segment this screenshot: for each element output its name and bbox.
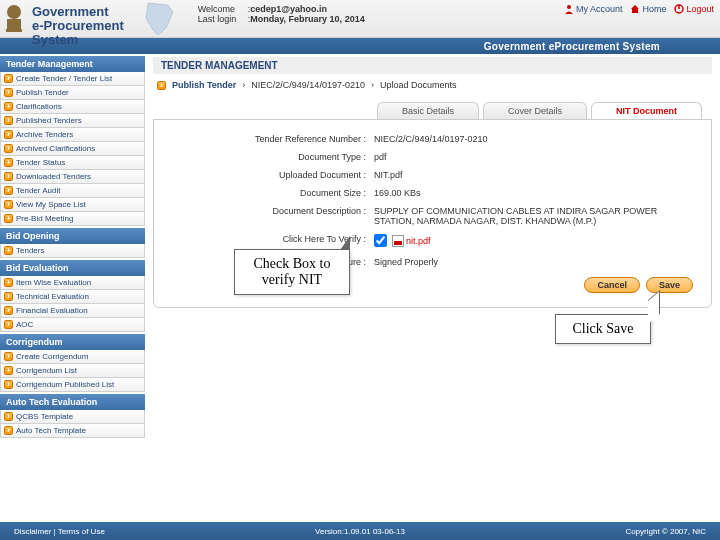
sidebar-item[interactable]: Tender Audit xyxy=(0,184,145,198)
national-emblem-icon xyxy=(0,0,28,38)
sidebar-item[interactable]: Corrigendum Published List xyxy=(0,378,145,392)
arrow-icon xyxy=(4,186,13,195)
logout-link[interactable]: Logout xyxy=(674,4,714,14)
sidebar-item[interactable]: QCBS Template xyxy=(0,410,145,424)
sidebar-item[interactable]: Create Corrigendum xyxy=(0,350,145,364)
sidebar-item[interactable]: Create Tender / Tender List xyxy=(0,72,145,86)
content: TENDER MANAGEMENT Publish Tender › NIEC/… xyxy=(145,54,720,514)
sidebar-item-label: View My Space List xyxy=(16,200,86,209)
sidebar-item[interactable]: Tenders xyxy=(0,244,145,258)
arrow-icon xyxy=(4,352,13,361)
main-area: Tender ManagementCreate Tender / Tender … xyxy=(0,54,720,514)
arrow-icon xyxy=(4,426,13,435)
footer-copyright: Copyright © 2007, NIC xyxy=(625,527,706,536)
sidebar-section-head: Bid Evaluation xyxy=(0,260,145,276)
sidebar-item-label: Archive Tenders xyxy=(16,130,73,139)
tab[interactable]: Basic Details xyxy=(377,102,479,119)
arrow-icon xyxy=(4,278,13,287)
footer-version: Version:1.09.01 03-06-13 xyxy=(315,527,405,536)
india-map-icon xyxy=(128,0,188,37)
arrow-icon xyxy=(4,200,13,209)
sidebar-item-label: Create Tender / Tender List xyxy=(16,74,112,83)
sidebar-item-label: Downloaded Tenders xyxy=(16,172,91,181)
sidebar-item[interactable]: Archive Tenders xyxy=(0,128,145,142)
desc-value: SUPPLY OF COMMUNICATION CABLES AT INDIRA… xyxy=(374,206,693,226)
breadcrumb: Publish Tender › NIEC/2/C/949/14/0197-02… xyxy=(153,74,712,96)
tab[interactable]: Cover Details xyxy=(483,102,587,119)
arrow-icon xyxy=(4,246,13,255)
sidebar: Tender ManagementCreate Tender / Tender … xyxy=(0,54,145,514)
sidebar-item-label: Item Wise Evaluation xyxy=(16,278,91,287)
callout-verify: Check Box to verify NIT xyxy=(234,249,350,295)
sidebar-item-label: Publish Tender xyxy=(16,88,69,97)
breadcrumb-tail: Upload Documents xyxy=(380,80,457,90)
sidebar-item-label: Tender Audit xyxy=(16,186,60,195)
footer-left[interactable]: Disclaimer | Terms of Use xyxy=(14,527,105,536)
desc-label: Document Description : xyxy=(164,206,374,216)
sidebar-item[interactable]: Clarifications xyxy=(0,100,145,114)
arrow-icon xyxy=(4,130,13,139)
arrow-icon xyxy=(4,214,13,223)
sidebar-item[interactable]: Auto Tech Template xyxy=(0,424,145,438)
home-link[interactable]: Home xyxy=(630,4,666,14)
sidebar-item[interactable]: AOC xyxy=(0,318,145,332)
arrow-icon xyxy=(4,88,13,97)
sidebar-item[interactable]: Pre-Bid Meeting xyxy=(0,212,145,226)
verify-checkbox[interactable] xyxy=(374,234,387,247)
sidebar-section-head: Tender Management xyxy=(0,56,145,72)
logout-icon xyxy=(674,4,684,14)
breadcrumb-ref: NIEC/2/C/949/14/0197-0210 xyxy=(251,80,365,90)
user-icon xyxy=(564,4,574,14)
footer: Disclaimer | Terms of Use Version:1.09.0… xyxy=(0,522,720,540)
sidebar-item-label: Corrigendum Published List xyxy=(16,380,114,389)
sidebar-item[interactable]: View My Space List xyxy=(0,198,145,212)
arrow-icon xyxy=(4,292,13,301)
arrow-icon xyxy=(4,102,13,111)
arrow-icon xyxy=(4,366,13,375)
sidebar-item[interactable]: Archived Clarifications xyxy=(0,142,145,156)
sidebar-item[interactable]: Tender Status xyxy=(0,156,145,170)
signature-value: Signed Properly xyxy=(374,257,693,267)
sidebar-item[interactable]: Downloaded Tenders xyxy=(0,170,145,184)
sidebar-item[interactable]: Corrigendum List xyxy=(0,364,145,378)
tab[interactable]: NIT Document xyxy=(591,102,702,119)
callout-save: Click Save xyxy=(555,314,651,344)
sidebar-item-label: Tenders xyxy=(16,246,44,255)
arrow-icon xyxy=(4,306,13,315)
sidebar-section-head: Corrigendum xyxy=(0,334,145,350)
arrow-icon xyxy=(4,320,13,329)
sidebar-item-label: Auto Tech Template xyxy=(16,426,86,435)
ref-value: NIEC/2/C/949/14/0197-0210 xyxy=(374,134,693,144)
top-header: Government e-Procurement System Welcome:… xyxy=(0,0,720,38)
sidebar-item-label: Clarifications xyxy=(16,102,62,111)
site-title: Government e-Procurement System xyxy=(28,0,128,37)
sidebar-item-label: Tender Status xyxy=(16,158,65,167)
sidebar-item[interactable]: Published Tenders xyxy=(0,114,145,128)
sidebar-item-label: Published Tenders xyxy=(16,116,82,125)
save-button[interactable]: Save xyxy=(646,277,693,293)
sidebar-item[interactable]: Item Wise Evaluation xyxy=(0,276,145,290)
breadcrumb-main[interactable]: Publish Tender xyxy=(172,80,236,90)
sidebar-item-label: Create Corrigendum xyxy=(16,352,88,361)
arrow-icon xyxy=(4,172,13,181)
size-value: 169.00 KBs xyxy=(374,188,693,198)
cancel-button[interactable]: Cancel xyxy=(584,277,640,293)
type-label: Document Type : xyxy=(164,152,374,162)
svg-rect-2 xyxy=(6,29,22,32)
arrow-icon xyxy=(4,412,13,421)
uploaded-doc-label: Uploaded Document : xyxy=(164,170,374,180)
arrow-icon xyxy=(4,380,13,389)
pdf-icon xyxy=(392,235,404,247)
arrow-icon xyxy=(4,158,13,167)
arrow-icon xyxy=(4,74,13,83)
sidebar-item[interactable]: Financial Evaluation xyxy=(0,304,145,318)
sidebar-item[interactable]: Technical Evaluation xyxy=(0,290,145,304)
svg-point-3 xyxy=(567,5,571,9)
nit-pdf-link[interactable]: nit.pdf xyxy=(392,235,431,247)
sidebar-item[interactable]: Publish Tender xyxy=(0,86,145,100)
welcome-block: Welcome: cedep1@yahoo.in Last login: Mon… xyxy=(188,0,558,37)
sidebar-item-label: QCBS Template xyxy=(16,412,73,421)
my-account-link[interactable]: My Account xyxy=(564,4,623,14)
sidebar-item-label: AOC xyxy=(16,320,33,329)
arrow-icon xyxy=(4,116,13,125)
